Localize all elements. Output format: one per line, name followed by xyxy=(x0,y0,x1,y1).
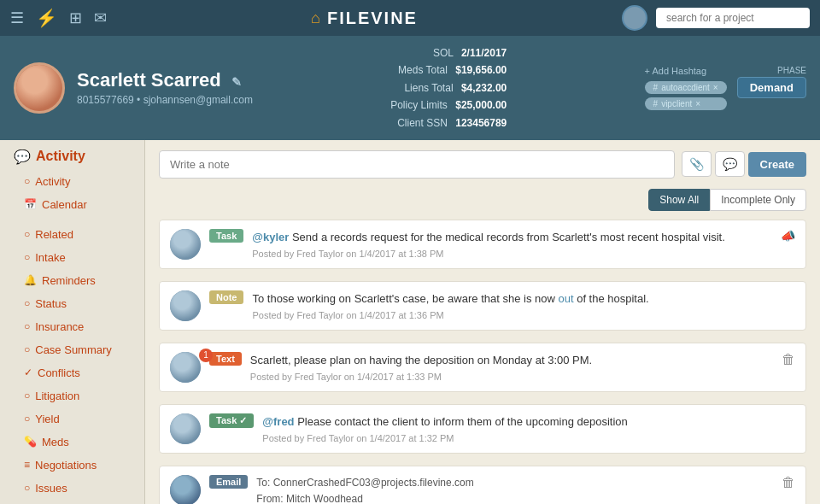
conflicts-icon: ✓ xyxy=(24,366,32,378)
main-layout: 💬 Activity ○ Activity 📅 Calendar ○ Relat… xyxy=(0,140,820,504)
activity-item-note-1: Note To those working on Scarlett's case… xyxy=(159,281,806,331)
note-badge-1[interactable]: Note xyxy=(209,290,243,304)
badge-col-5: Email xyxy=(209,475,248,489)
sidebar-item-meds[interactable]: 💊 Meds xyxy=(0,431,144,454)
lightning-icon[interactable]: ⚡ xyxy=(36,8,57,28)
sidebar-activity-header: 💬 Activity xyxy=(0,140,144,170)
activity-avatar-1 xyxy=(170,229,201,260)
sidebar-item-related[interactable]: ○ Related xyxy=(0,223,144,246)
sidebar-item-activity[interactable]: ○ Activity xyxy=(0,170,144,193)
meds-row: Meds Total $19,656.00 xyxy=(390,62,507,79)
activity-content-2: To those working on Scarlett's case, be … xyxy=(252,290,795,321)
activity-meta-1: Posted by Fred Taylor on 1/4/2017 at 1:3… xyxy=(252,249,772,259)
liens-row: Liens Total $4,232.00 xyxy=(390,79,507,97)
case-summary-icon: ○ xyxy=(24,343,30,355)
activity-avatar-img-3 xyxy=(170,352,201,383)
activity-avatar-3 xyxy=(170,352,201,383)
mention-1: @kyler xyxy=(252,231,289,243)
sidebar-item-intake[interactable]: ○ Intake xyxy=(0,246,144,269)
email-badge[interactable]: Email xyxy=(209,475,248,489)
sidebar-item-negotiations[interactable]: ≡ Negotiations xyxy=(0,454,144,477)
sidebar-item-status[interactable]: ○ Status xyxy=(0,292,144,315)
grid-icon[interactable]: ⊞ xyxy=(69,9,82,27)
client-info: Scarlett Scarred ✎ 8015577669 • sjohanns… xyxy=(77,69,253,106)
sidebar-item-reminders[interactable]: 🔔 Reminders xyxy=(0,269,144,292)
activity-content-4: @fred Please contact the client to infor… xyxy=(262,413,795,444)
note-actions: 📎 💬 Create xyxy=(682,151,806,177)
client-right: + Add Hashtag # autoaccdient × # vipclie… xyxy=(645,66,806,110)
client-name: Scarlett Scarred ✎ xyxy=(77,69,253,91)
activity-avatar-img-1 xyxy=(170,229,201,260)
nav-left: ☰ ⚡ ⊞ ✉ xyxy=(10,8,107,28)
task-done-badge[interactable]: Task ✓ xyxy=(209,413,254,428)
yield-icon: ○ xyxy=(24,413,30,425)
intake-icon: ○ xyxy=(24,251,30,263)
project-search-input[interactable] xyxy=(656,8,810,28)
badge-col-3: Text xyxy=(209,352,242,366)
reminders-icon: 🔔 xyxy=(24,274,37,286)
hashtag-section: + Add Hashtag # autoaccdient × # vipclie… xyxy=(645,66,727,110)
notify-icon-1[interactable]: 📣 xyxy=(781,229,795,243)
mail-icon[interactable]: ✉ xyxy=(94,9,107,27)
nav-right xyxy=(622,5,810,31)
sidebar-item-issues[interactable]: ○ Issues xyxy=(0,477,144,500)
mention-4: @fred xyxy=(262,415,294,428)
badge-col-4: Task ✓ xyxy=(209,413,254,428)
add-hashtag-btn[interactable]: + Add Hashtag xyxy=(645,66,727,76)
app-logo: ⌂ FILEVINE xyxy=(311,9,418,28)
task-badge-1[interactable]: Task xyxy=(209,229,243,243)
sidebar-item-calendar[interactable]: 📅 Calendar xyxy=(0,193,144,216)
note-input[interactable] xyxy=(159,150,675,179)
activity-avatar-img-5 xyxy=(170,475,201,504)
out-link[interactable]: out xyxy=(558,292,573,305)
sidebar-item-yield[interactable]: ○ Yield xyxy=(0,407,144,431)
comment-btn[interactable]: 💬 xyxy=(715,151,745,177)
sidebar: 💬 Activity ○ Activity 📅 Calendar ○ Relat… xyxy=(0,140,145,504)
user-avatar[interactable] xyxy=(622,5,647,31)
activity-meta-4: Posted by Fred Taylor on 1/4/2017 at 1:3… xyxy=(262,433,795,443)
activity-avatar-5 xyxy=(170,475,201,504)
activity-avatar-img-4 xyxy=(170,413,201,444)
activity-item-email-1: Email To: ConnerCrashedFC03@projects.fil… xyxy=(159,466,806,504)
hashtag-badge-2[interactable]: # vipclient × xyxy=(645,97,727,110)
trash-icon-5[interactable]: 🗑 xyxy=(782,475,795,490)
activity-meta-3: Posted by Fred Taylor on 1/4/2017 at 1:3… xyxy=(250,372,773,382)
client-avatar-img xyxy=(16,65,62,111)
client-header: Scarlett Scarred ✎ 8015577669 • sjohanns… xyxy=(0,36,820,140)
sidebar-item-case-summary[interactable]: ○ Case Summary xyxy=(0,338,144,361)
activity-content-3: Scarlett, please plan on having the depo… xyxy=(250,352,773,383)
litigation-icon: ○ xyxy=(24,390,30,401)
insurance-icon: ○ xyxy=(24,320,30,332)
show-all-btn[interactable]: Show All xyxy=(648,189,710,211)
activity-text-4: @fred Please contact the client to infor… xyxy=(262,413,795,431)
meds-icon: 💊 xyxy=(24,436,37,448)
activity-item-text-1: 1 Text Scarlett, please plan on having t… xyxy=(159,343,806,392)
badge-col-2: Note xyxy=(209,290,243,304)
phase-value[interactable]: Demand xyxy=(737,77,806,98)
main-content: 📎 💬 Create Show All Incomplete Only Task… xyxy=(145,140,820,504)
incomplete-only-btn[interactable]: Incomplete Only xyxy=(710,189,806,211)
sidebar-item-conflicts[interactable]: ✓ Conflicts xyxy=(0,361,144,384)
hashtag-badge-1[interactable]: # autoaccdient × xyxy=(645,81,727,94)
activity-avatar-img-2 xyxy=(170,290,201,321)
menu-icon[interactable]: ☰ xyxy=(10,9,24,27)
sidebar-item-litigation[interactable]: ○ Litigation xyxy=(0,384,144,407)
sidebar-item-expenses[interactable]: $ Expenses xyxy=(0,500,144,504)
activity-text-3: Scarlett, please plan on having the depo… xyxy=(250,352,773,369)
activity-text-1: @kyler Send a records request for the me… xyxy=(252,229,772,246)
create-btn[interactable]: Create xyxy=(748,152,806,177)
edit-icon[interactable]: ✎ xyxy=(231,75,242,89)
activity-header-icon: 💬 xyxy=(14,149,31,165)
phase-box: Phase Demand xyxy=(737,66,806,98)
email-block: To: ConnerCrashedFC03@projects.filevine.… xyxy=(256,475,773,504)
activity-meta-2: Posted by Fred Taylor on 1/4/2017 at 1:3… xyxy=(252,310,795,320)
text-badge-1[interactable]: Text xyxy=(209,352,242,366)
activity-avatar-4 xyxy=(170,413,201,444)
attach-btn[interactable]: 📎 xyxy=(682,151,712,177)
activity-content-5: To: ConnerCrashedFC03@projects.filevine.… xyxy=(256,475,773,504)
status-icon: ○ xyxy=(24,297,30,309)
sidebar-item-insurance[interactable]: ○ Insurance xyxy=(0,315,144,338)
sol-row: SOL 2/11/2017 xyxy=(390,44,507,62)
trash-icon-3[interactable]: 🗑 xyxy=(782,352,795,367)
related-icon: ○ xyxy=(24,228,30,240)
